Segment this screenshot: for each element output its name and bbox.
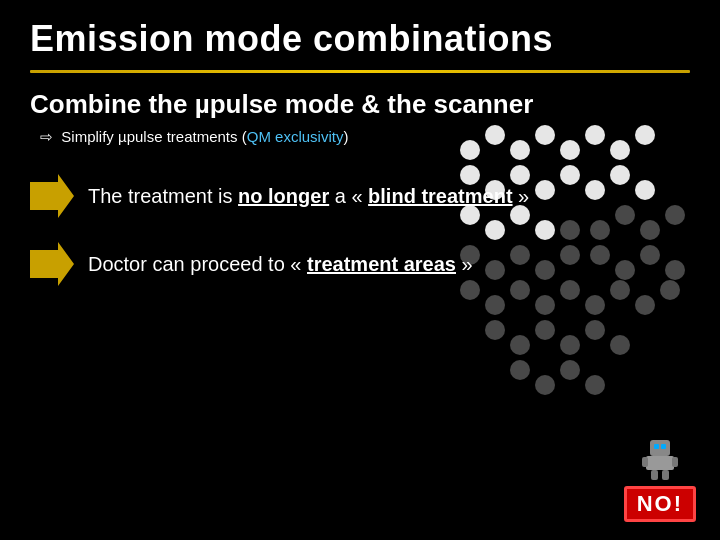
svg-point-52 — [585, 375, 605, 395]
bullet-item-1: The treatment is no longer a « blind tre… — [30, 174, 690, 218]
slide-title: Emission mode combinations — [30, 18, 690, 60]
no-stamp: NO! — [624, 436, 696, 522]
gold-divider — [30, 70, 690, 73]
svg-rect-57 — [661, 444, 666, 449]
svg-marker-53 — [30, 174, 74, 218]
svg-rect-61 — [651, 470, 658, 480]
svg-rect-59 — [642, 457, 648, 467]
svg-point-51 — [560, 360, 580, 380]
svg-rect-58 — [646, 456, 674, 470]
svg-point-49 — [510, 360, 530, 380]
sub-point: ⇨ Simplify µpulse treatments (QM exclusi… — [40, 128, 690, 146]
robot-icon — [636, 436, 684, 484]
svg-point-44 — [510, 335, 530, 355]
no-longer-text: no longer — [238, 185, 329, 207]
svg-point-46 — [560, 335, 580, 355]
svg-point-37 — [535, 295, 555, 315]
bullet-arrow-2 — [30, 242, 74, 286]
treatment-areas-text: treatment areas — [307, 253, 456, 275]
no-label: NO! — [624, 486, 696, 522]
svg-rect-60 — [672, 457, 678, 467]
slide: Emission mode combinations Combine the µ… — [0, 0, 720, 540]
qm-text: QM exclusivity — [247, 128, 344, 145]
svg-point-45 — [535, 320, 555, 340]
svg-point-48 — [610, 335, 630, 355]
bullet-arrow-1 — [30, 174, 74, 218]
svg-point-43 — [485, 320, 505, 340]
bullet-item-2: Doctor can proceed to « treatment areas … — [30, 242, 690, 286]
bullet-text-1: The treatment is no longer a « blind tre… — [88, 185, 529, 208]
blind-treatment-text: blind treatment — [368, 185, 512, 207]
svg-point-47 — [585, 320, 605, 340]
svg-point-35 — [485, 295, 505, 315]
svg-point-50 — [535, 375, 555, 395]
svg-point-41 — [635, 295, 655, 315]
svg-rect-56 — [654, 444, 659, 449]
svg-rect-55 — [650, 440, 670, 456]
svg-marker-54 — [30, 242, 74, 286]
svg-rect-62 — [662, 470, 669, 480]
content-area: Emission mode combinations Combine the µ… — [30, 18, 690, 286]
svg-point-39 — [585, 295, 605, 315]
bullet-text-2: Doctor can proceed to « treatment areas … — [88, 253, 473, 276]
slide-subtitle: Combine the µpulse mode & the scanner — [30, 89, 690, 120]
